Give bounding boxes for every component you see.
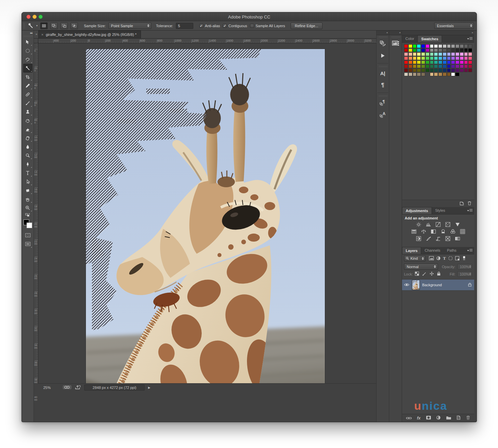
share-icon[interactable] — [75, 385, 81, 390]
color-swatch[interactable] — [413, 68, 417, 72]
color-swatch[interactable] — [404, 64, 408, 68]
color-swatch[interactable] — [421, 64, 425, 68]
new-group-icon[interactable] — [446, 415, 451, 421]
color-swatch[interactable] — [460, 52, 464, 56]
histogram-panel-icon[interactable] — [391, 39, 401, 48]
color-swatch[interactable] — [434, 44, 438, 48]
color-swatch[interactable] — [464, 56, 468, 60]
hand-tool[interactable] — [23, 195, 33, 203]
eraser-tool[interactable] — [23, 125, 33, 134]
new-swatch-icon[interactable] — [459, 201, 464, 207]
panel-grip[interactable] — [379, 95, 387, 97]
color-swatch[interactable] — [430, 68, 434, 72]
lock-all-icon[interactable] — [437, 271, 441, 277]
swap-colors-icon[interactable] — [23, 212, 33, 218]
filter-type-layers-icon[interactable]: T — [443, 256, 446, 261]
panel-grip[interactable] — [379, 36, 387, 38]
color-swatch[interactable] — [464, 52, 468, 56]
color-swatch[interactable] — [460, 56, 464, 60]
color-swatch[interactable] — [421, 44, 425, 48]
color-swatch[interactable] — [447, 60, 451, 64]
add-layer-mask-icon[interactable] — [426, 415, 431, 421]
color-swatch[interactable] — [443, 72, 447, 76]
color-swatch[interactable] — [421, 72, 425, 76]
delete-layer-icon[interactable] — [466, 415, 470, 421]
color-swatch[interactable] — [460, 48, 464, 52]
color-swatch[interactable] — [430, 60, 434, 64]
filter-adjustment-layers-icon[interactable] — [436, 256, 441, 261]
add-to-selection-mode-button[interactable] — [50, 22, 58, 29]
delete-swatch-icon[interactable] — [467, 201, 471, 207]
color-swatch[interactable] — [426, 60, 430, 64]
gradient-map-adjustment-icon[interactable] — [454, 236, 461, 241]
close-tab-icon[interactable]: × — [41, 33, 43, 37]
color-swatch[interactable] — [404, 52, 408, 56]
layer-effects-icon[interactable]: fx — [417, 416, 421, 420]
sample-size-dropdown[interactable]: Point Sample — [108, 22, 151, 29]
color-swatch[interactable] — [413, 60, 417, 64]
screen-mode-button[interactable] — [23, 240, 33, 248]
new-adjustment-layer-icon[interactable] — [436, 415, 441, 421]
tab-overflow-icon[interactable]: » — [36, 33, 37, 36]
panel-grip[interactable] — [379, 65, 387, 67]
color-swatch[interactable] — [468, 48, 472, 52]
color-lookup-adjustment-icon[interactable] — [459, 229, 466, 234]
color-swatch[interactable] — [455, 52, 459, 56]
color-swatch[interactable] — [413, 44, 417, 48]
magic-wand-tool-icon[interactable] — [28, 23, 34, 29]
tab-swatches[interactable]: Swatches — [417, 35, 442, 42]
lock-image-pixels-icon[interactable] — [422, 271, 427, 277]
history-panel-icon[interactable] — [378, 39, 388, 48]
color-swatch[interactable] — [447, 44, 451, 48]
clone-stamp-tool[interactable] — [23, 107, 33, 116]
color-swatch[interactable] — [408, 64, 412, 68]
color-swatch[interactable] — [451, 72, 455, 76]
tool-preset-caret-icon[interactable]: ▾ — [36, 24, 38, 27]
color-swatch[interactable] — [404, 44, 408, 48]
color-swatch[interactable] — [443, 68, 447, 72]
paragraph-panel-icon[interactable]: ¶ — [378, 81, 388, 90]
filter-pixel-layers-icon[interactable] — [429, 256, 434, 261]
color-swatch[interactable] — [468, 56, 472, 60]
color-swatch[interactable] — [451, 48, 455, 52]
color-swatch[interactable] — [430, 44, 434, 48]
color-balance-adjustment-icon[interactable] — [420, 229, 427, 234]
filter-smart-objects-icon[interactable] — [455, 256, 460, 261]
new-layer-icon[interactable] — [456, 415, 461, 421]
color-swatch[interactable] — [455, 60, 459, 64]
color-swatch[interactable] — [417, 64, 421, 68]
refine-edge-button[interactable]: Refine Edge... — [291, 22, 323, 29]
photo-filter-adjustment-icon[interactable] — [440, 229, 446, 234]
character-panel-icon[interactable]: A| — [378, 68, 388, 78]
toolbar-expand-icon[interactable]: ▸▸ — [30, 31, 33, 35]
color-swatch[interactable] — [404, 56, 408, 60]
color-swatch[interactable] — [408, 60, 412, 64]
color-swatch[interactable] — [434, 64, 438, 68]
color-swatch[interactable] — [408, 56, 412, 60]
workspace-dropdown[interactable]: Essentials — [434, 22, 474, 29]
curves-adjustment-icon[interactable] — [435, 221, 441, 227]
invert-adjustment-icon[interactable] — [415, 236, 422, 241]
color-swatch[interactable] — [408, 52, 412, 56]
move-tool[interactable] — [23, 38, 33, 46]
layer-thumbnail[interactable] — [412, 280, 419, 290]
status-options-icon[interactable]: ▶ — [148, 386, 150, 389]
color-swatch[interactable] — [426, 64, 430, 68]
color-swatch[interactable] — [413, 72, 417, 76]
character-styles-panel-icon[interactable]: A — [378, 110, 388, 119]
color-swatch[interactable] — [438, 64, 442, 68]
color-swatch[interactable] — [447, 48, 451, 52]
custom-shape-tool[interactable] — [23, 186, 33, 195]
color-swatch[interactable] — [464, 44, 468, 48]
color-swatch[interactable] — [438, 56, 442, 60]
color-swatch[interactable] — [460, 64, 464, 68]
anti-alias-checkbox[interactable]: ✓ Anti-alias — [199, 24, 220, 28]
color-swatch[interactable] — [417, 52, 421, 56]
history-brush-tool[interactable] — [23, 116, 33, 125]
expand-arrows-icon[interactable]: » — [402, 31, 474, 35]
color-swatch[interactable] — [417, 48, 421, 52]
color-swatch[interactable] — [404, 60, 408, 64]
color-swatch[interactable] — [443, 52, 447, 56]
tab-styles[interactable]: Styles — [432, 207, 449, 214]
hue-saturation-adjustment-icon[interactable] — [411, 229, 417, 234]
